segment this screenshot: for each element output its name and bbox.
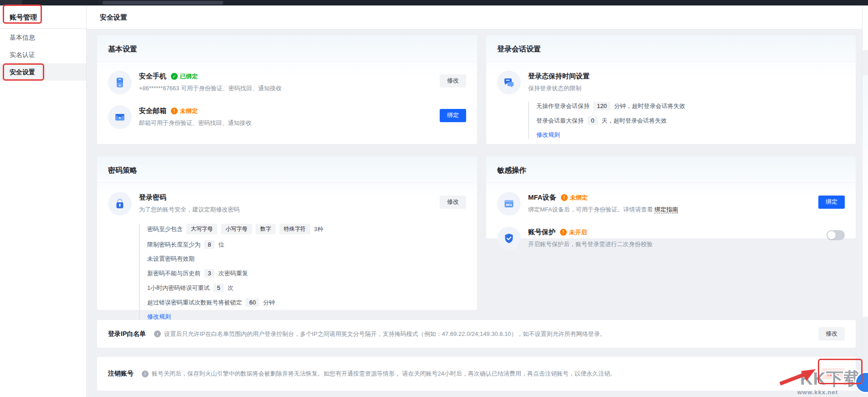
card-title-session: 登录会话设置 (486, 35, 856, 62)
warn-circle-icon: ! (560, 229, 567, 236)
warn-circle-icon: ! (561, 194, 568, 201)
card-basic-settings: 基本设置 安全手机 ✓ 已绑定 +86******67663 可用于身份验证、密… (97, 35, 477, 144)
mfa-status-badge: ! 未绑定 (561, 194, 588, 202)
content-area: 基本设置 安全手机 ✓ 已绑定 +86******67663 可用于身份验证、密… (87, 30, 868, 397)
phone-desc: +86******67663 可用于身份验证、密码找回、通知接收 (139, 84, 440, 93)
mfa-title: MFA设备 (528, 193, 556, 202)
info-circle-icon: ! (142, 371, 149, 377)
warn-circle-icon: ! (171, 108, 178, 114)
sidebar-item-basic-info[interactable]: 基本信息 (0, 29, 86, 46)
mail-icon (108, 105, 132, 129)
browser-chrome-bar (0, 0, 868, 5)
mfa-guide-link[interactable]: 绑定指南 (654, 206, 678, 213)
session-rule-max: 登录会话最大保持 0 天，超时登录会话将失效 (536, 116, 845, 125)
session-item-desc: 保持登录状态的限制 (528, 84, 845, 93)
password-rule-history: 新密码不能与历史前 3 次密码重复 (147, 269, 466, 278)
row-login-password: 登录密码 为了您的账号安全，建议定期修改密码 修改 (108, 192, 466, 216)
card-close-account: 注销账号 ! 账号关闭后，保存到火山引擎中的数据将会被删除并将无法恢复。如您有开… (97, 357, 856, 391)
page-title: 安全设置 (87, 5, 868, 29)
password-rule-length: 限制密码长度至少为 8 位 (147, 240, 466, 249)
password-length-value: 8 (204, 240, 215, 249)
card-ip-whitelist: 登录IP白名单 ! 设置后只允许IP在白名单范围内的用户登录控制台，多个IP之间… (97, 320, 856, 348)
page-header: 安全设置 (87, 5, 868, 30)
chat-bubbles-icon (497, 71, 521, 94)
email-title: 安全邮箱 (139, 107, 166, 115)
phone-title: 安全手机 (139, 72, 166, 81)
card-title-basic: 基本设置 (97, 35, 477, 62)
session-item-title: 登录态保持时间设置 (528, 72, 590, 81)
email-status-badge: ! 未绑定 (171, 107, 198, 115)
address-bar-sliver (103, 1, 223, 5)
close-account-desc: ! 账号关闭后，保存到火山引擎中的数据将会被删除并将无法恢复。如您有开通按需资源… (142, 370, 814, 378)
session-modify-rules-link[interactable]: 修改规则 (536, 131, 560, 139)
password-retry-value: 5 (213, 284, 224, 292)
password-item-title: 登录密码 (139, 193, 166, 202)
password-rule-charsets: 密码至少包含 大写字母 小写字母 数字 特殊字符 3种 (147, 224, 466, 234)
sidebar-nav: 基本信息 实名认证 安全设置 (0, 29, 86, 81)
password-item-desc: 为了您的账号安全，建议定期修改密码 (139, 206, 440, 214)
chip-uppercase: 大写字母 (186, 224, 217, 234)
card-login-session: 登录会话设置 登录态保持时间设置 保持登录状态的限制 无操作登录会话保持 120… (486, 35, 856, 144)
check-circle-icon: ✓ (171, 73, 178, 80)
session-idle-value: 120 (593, 102, 611, 110)
sidebar-item-realname-auth[interactable]: 实名认证 (0, 46, 86, 63)
browser-tab-sliver (0, 0, 22, 5)
phone-icon (108, 71, 132, 94)
ip-whitelist-desc: ! 设置后只允许IP在白名单范围内的用户登录控制台，多个IP之间请用英文分号隔开… (154, 330, 811, 338)
password-rule-retry: 1小时内密码错误可重试 5 次 (147, 284, 466, 292)
row-session-keep: 登录态保持时间设置 保持登录状态的限制 (497, 71, 845, 94)
protection-title: 账号保护 (528, 228, 555, 237)
password-history-value: 3 (204, 269, 215, 278)
protection-status-badge: ! 未开启 (560, 228, 587, 237)
session-rule-idle: 无操作登录会话保持 120 分钟，超时登录会话将失效 (536, 102, 845, 110)
card-title-sensitive: 敏感操作 (486, 156, 856, 183)
card-title-password: 密码策略 (97, 156, 477, 183)
session-rules: 无操作登录会话保持 120 分钟，超时登录会话将失效 登录会话最大保持 0 天，… (528, 102, 845, 139)
info-circle-icon: ! (154, 330, 161, 337)
ip-whitelist-title: 登录IP白名单 (108, 330, 146, 338)
password-rule-expiry: 未设置密码有效期 (147, 255, 466, 263)
chip-special: 特殊字符 (279, 224, 310, 234)
row-security-phone: 安全手机 ✓ 已绑定 +86******67663 可用于身份验证、密码找回、通… (108, 71, 466, 94)
row-mfa-device: MFA MFA设备 ! 未绑定 绑定MFA设备后，可用于身份验证。详情请查看 绑… (497, 192, 845, 216)
row-security-email: 安全邮箱 ! 未绑定 邮箱可用于身份验证、密码找回、通知接收 绑定 (108, 105, 466, 129)
email-bind-button[interactable]: 绑定 (440, 109, 466, 122)
close-account-title: 注销账号 (108, 370, 134, 378)
mfa-desc: 绑定MFA设备后，可用于身份验证。详情请查看 绑定指南 (528, 206, 818, 214)
sidebar: 账号管理 基本信息 实名认证 安全设置 (0, 5, 87, 397)
password-lock-value: 60 (246, 298, 259, 307)
protection-desc: 开启账号保护后，账号登录需进行二次身份校验 (528, 240, 827, 248)
phone-modify-button[interactable]: 修改 (440, 74, 466, 88)
mfa-bind-button[interactable]: 绑定 (818, 196, 845, 209)
chip-digit: 数字 (256, 224, 276, 234)
close-account-button[interactable]: 注销 (821, 368, 845, 380)
password-modify-button[interactable]: 修改 (440, 196, 466, 209)
password-rule-lock: 超过错误密码重试次数账号将被锁定 60 分钟 (147, 298, 466, 307)
sidebar-title: 账号管理 (0, 5, 86, 29)
sidebar-item-security-settings[interactable]: 安全设置 (0, 63, 86, 81)
toggle-knob (827, 231, 836, 239)
lock-icon (108, 192, 132, 216)
chip-lowercase: 小写字母 (221, 224, 252, 234)
password-rules: 密码至少包含 大写字母 小写字母 数字 特殊字符 3种 限制密码长度至少为 8 … (139, 224, 466, 321)
scrollbar[interactable] (862, 5, 868, 397)
session-max-value: 0 (587, 116, 598, 125)
row-account-protection: 账号保护 ! 未开启 开启账号保护后，账号登录需进行二次身份校验 (497, 227, 845, 250)
ip-modify-button[interactable]: 修改 (818, 327, 845, 340)
mfa-device-icon: MFA (497, 192, 521, 216)
shield-check-icon (497, 227, 521, 250)
card-sensitive-operations: 敏感操作 MFA MFA设备 ! 未绑定 绑定MFA设备后，可用于身份验证。详情 (486, 156, 856, 238)
email-desc: 邮箱可用于身份验证、密码找回、通知接收 (139, 119, 440, 127)
phone-status-badge: ✓ 已绑定 (171, 72, 198, 81)
card-password-policy: 密码策略 登录密码 为了您的账号安全，建议定期修改密码 修改 密码至少包含 大写… (97, 156, 477, 310)
protection-toggle[interactable] (827, 230, 845, 240)
svg-text:MFA: MFA (506, 203, 512, 206)
